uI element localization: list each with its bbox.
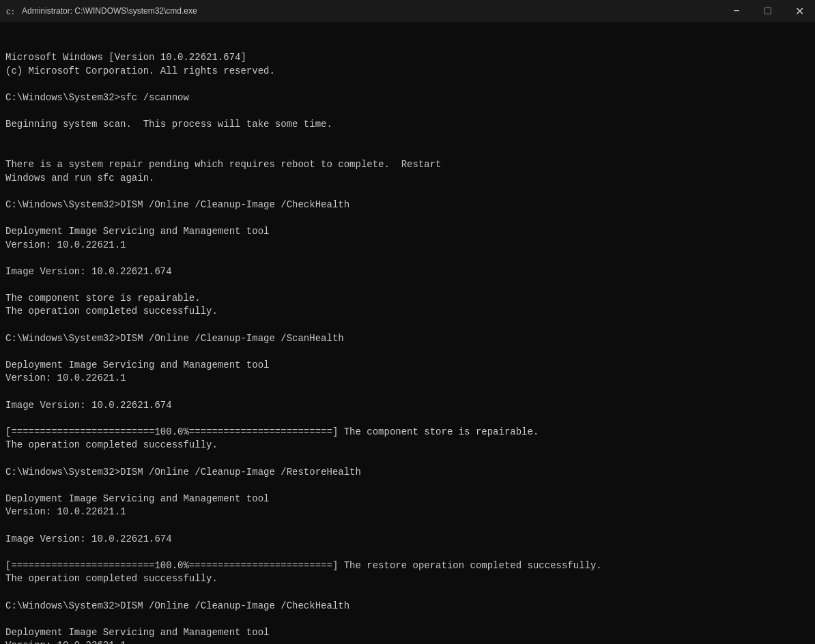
console-line: Deployment Image Servicing and Managemen… <box>5 626 810 640</box>
console-line <box>5 345 810 359</box>
console-line <box>5 319 810 332</box>
title-bar: C: Administrator: C:\WINDOWS\system32\cm… <box>0 0 815 22</box>
window-title: Administrator: C:\WINDOWS\system32\cmd.e… <box>22 6 810 16</box>
console-line: The operation completed successfully. <box>5 305 810 319</box>
close-button[interactable]: ✕ <box>784 0 815 22</box>
console-line <box>5 613 810 626</box>
console-line <box>5 145 810 158</box>
console-line: Deployment Image Servicing and Managemen… <box>5 359 810 372</box>
console-line: C:\Windows\System32>DISM /Online /Cleanu… <box>5 466 810 480</box>
console-line <box>5 519 810 533</box>
console-line: Image Version: 10.0.22621.674 <box>5 399 810 413</box>
svg-text:C:: C: <box>6 8 15 16</box>
console-line <box>5 211 810 225</box>
console-line: [=========================100.0%========… <box>5 559 810 573</box>
console-line <box>5 546 810 559</box>
console-line: Image Version: 10.0.22621.674 <box>5 533 810 546</box>
console-line: Microsoft Windows [Version 10.0.22621.67… <box>5 51 810 65</box>
console-line: C:\Windows\System32>sfc /scannow <box>5 91 810 105</box>
console-line: Version: 10.0.22621.1 <box>5 239 810 252</box>
console-line <box>5 385 810 399</box>
console-line: Windows and run sfc again. <box>5 172 810 186</box>
console-line <box>5 586 810 600</box>
console-line <box>5 452 810 466</box>
console-line: (c) Microsoft Corporation. All rights re… <box>5 65 810 78</box>
console-line: Beginning system scan. This process will… <box>5 118 810 132</box>
console-line: C:\Windows\System32>DISM /Online /Cleanu… <box>5 600 810 613</box>
console-line <box>5 278 810 292</box>
console-line: The operation completed successfully. <box>5 439 810 452</box>
console-line: There is a system repair pending which r… <box>5 158 810 172</box>
cmd-icon: C: <box>5 5 16 16</box>
console-line <box>5 479 810 493</box>
minimize-button[interactable]: − <box>721 0 752 22</box>
console-line <box>5 412 810 426</box>
console-line: The operation completed successfully. <box>5 572 810 586</box>
console-line: The component store is repairable. <box>5 292 810 306</box>
console-line: Version: 10.0.22621.1 <box>5 506 810 519</box>
maximize-button[interactable]: □ <box>752 0 784 22</box>
console-line: C:\Windows\System32>DISM /Online /Cleanu… <box>5 199 810 212</box>
console-line <box>5 185 810 199</box>
console-line <box>5 105 810 119</box>
console-line: [=========================100.0%========… <box>5 426 810 439</box>
console-line <box>5 78 810 91</box>
console-line: C:\Windows\System32>DISM /Online /Cleanu… <box>5 332 810 346</box>
console-line: Deployment Image Servicing and Managemen… <box>5 225 810 239</box>
console-line <box>5 252 810 265</box>
window-controls: − □ ✕ <box>721 0 815 22</box>
console-output[interactable]: Microsoft Windows [Version 10.0.22621.67… <box>0 22 815 644</box>
console-line: Image Version: 10.0.22621.674 <box>5 265 810 279</box>
cmd-window: C: Administrator: C:\WINDOWS\system32\cm… <box>0 0 815 644</box>
console-line <box>5 132 810 145</box>
console-line: Deployment Image Servicing and Managemen… <box>5 493 810 506</box>
console-line: Version: 10.0.22621.1 <box>5 639 810 644</box>
console-line: Version: 10.0.22621.1 <box>5 372 810 385</box>
